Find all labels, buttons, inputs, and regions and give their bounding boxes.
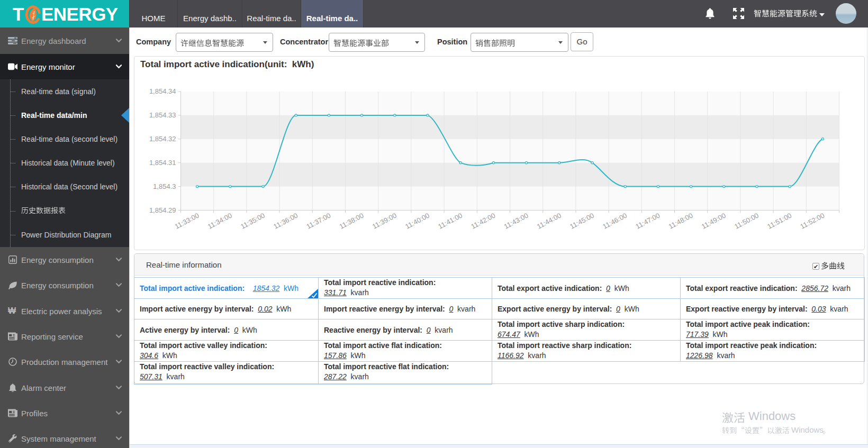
svg-text:11:49:00: 11:49:00 xyxy=(700,211,727,231)
svg-text:11:36:00: 11:36:00 xyxy=(272,211,299,231)
svg-text:11:46:00: 11:46:00 xyxy=(601,211,628,231)
svg-text:11:34:00: 11:34:00 xyxy=(206,211,233,231)
svg-text:1,854.34: 1,854.34 xyxy=(149,87,176,95)
svg-text:11:41:00: 11:41:00 xyxy=(437,211,464,231)
svg-text:1,854.32: 1,854.32 xyxy=(149,135,176,143)
svg-text:11:43:00: 11:43:00 xyxy=(503,211,530,231)
svg-text:1,854.33: 1,854.33 xyxy=(149,111,176,119)
svg-text:11:39:00: 11:39:00 xyxy=(371,211,398,231)
svg-text:11:51:00: 11:51:00 xyxy=(766,211,793,231)
svg-text:11:35:00: 11:35:00 xyxy=(239,211,266,231)
svg-text:1,854.29: 1,854.29 xyxy=(149,206,176,214)
svg-text:11:44:00: 11:44:00 xyxy=(536,211,563,231)
svg-text:1,854.3: 1,854.3 xyxy=(153,182,176,190)
svg-text:11:48:00: 11:48:00 xyxy=(667,211,694,231)
svg-text:11:40:00: 11:40:00 xyxy=(404,211,431,231)
svg-text:1,854.31: 1,854.31 xyxy=(149,159,176,167)
svg-text:11:42:00: 11:42:00 xyxy=(469,211,496,231)
svg-text:11:38:00: 11:38:00 xyxy=(338,211,365,231)
svg-text:11:45:00: 11:45:00 xyxy=(568,211,595,231)
svg-text:11:37:00: 11:37:00 xyxy=(305,211,332,231)
svg-text:11:33:00: 11:33:00 xyxy=(174,211,201,231)
svg-text:11:52:00: 11:52:00 xyxy=(799,211,826,231)
svg-text:11:47:00: 11:47:00 xyxy=(634,211,661,231)
svg-text:11:50:00: 11:50:00 xyxy=(733,211,760,231)
